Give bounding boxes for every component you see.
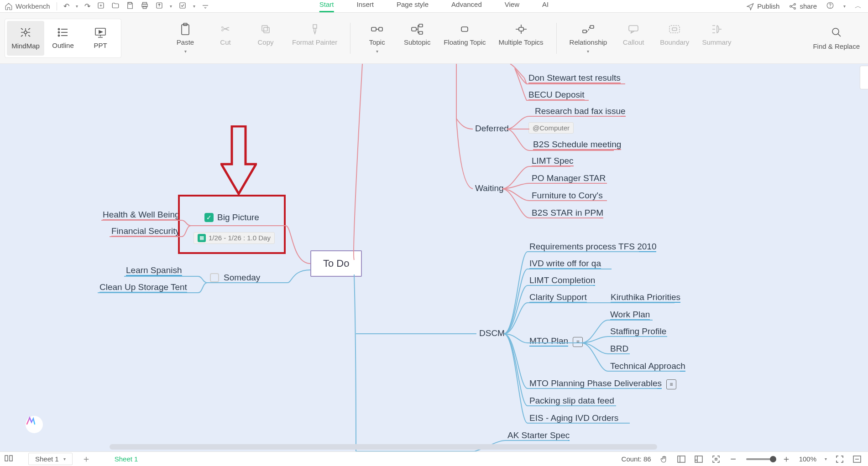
branch-lines <box>0 64 868 451</box>
tab-page-style[interactable]: Page style <box>397 0 429 12</box>
open-file-icon[interactable] <box>111 1 120 11</box>
paste-button[interactable]: Paste ▾ <box>172 23 199 54</box>
cut-icon: ✂ <box>221 23 230 36</box>
callout-icon <box>627 23 639 36</box>
svg-rect-37 <box>695 456 702 462</box>
find-replace-button[interactable]: Find & Replace <box>813 26 860 50</box>
layout-1-icon[interactable] <box>677 455 686 464</box>
tab-insert[interactable]: Insert <box>356 0 374 12</box>
minimize-panel-icon[interactable] <box>852 455 862 464</box>
sheets-overview-icon[interactable] <box>5 455 13 463</box>
publish-icon <box>746 2 754 10</box>
svg-rect-21 <box>371 27 376 31</box>
share-icon <box>789 2 797 10</box>
callout-button[interactable]: Callout <box>620 23 647 46</box>
view-outline[interactable]: Outline <box>44 21 82 56</box>
view-ppt[interactable]: PPT <box>82 21 119 56</box>
copy-button[interactable]: Copy <box>252 23 279 46</box>
svg-rect-22 <box>379 27 382 31</box>
view-switcher: MindMap Outline PPT <box>5 19 121 58</box>
svg-point-13 <box>58 29 60 30</box>
horizontal-scrollbar[interactable] <box>110 444 657 450</box>
sheet-dropdown-icon: ▾ <box>63 456 66 461</box>
relationship-icon <box>582 23 595 36</box>
copy-icon <box>260 23 271 36</box>
zoom-value[interactable]: 100% <box>799 455 816 463</box>
svg-rect-20 <box>264 27 269 33</box>
svg-rect-24 <box>419 24 423 27</box>
svg-rect-17 <box>182 25 189 35</box>
new-file-icon[interactable] <box>97 1 105 11</box>
hand-tool-icon[interactable] <box>659 455 669 464</box>
topic-more-icon[interactable]: ▾ <box>376 49 378 54</box>
format-painter-button[interactable]: Format Painter <box>292 23 337 46</box>
svg-rect-4 <box>143 6 146 8</box>
svg-rect-36 <box>678 456 685 462</box>
app-logo-icon <box>26 416 43 433</box>
svg-rect-25 <box>419 31 423 34</box>
redo-button[interactable]: ↷ <box>84 2 90 10</box>
svg-rect-32 <box>672 28 677 31</box>
status-bar: Sheet 1 ▾ ＋ Sheet 1 Count: 86 − ＋ 100% ▾ <box>0 451 868 466</box>
undo-button[interactable]: ↶ <box>63 2 69 10</box>
svg-rect-23 <box>412 27 416 31</box>
checkbox-tool-icon[interactable] <box>178 1 187 11</box>
tab-advanced[interactable]: Advanced <box>451 0 482 12</box>
view-mindmap[interactable]: MindMap <box>7 21 44 56</box>
relationship-more-icon[interactable]: ▾ <box>587 49 589 54</box>
tab-start[interactable]: Start <box>319 0 334 12</box>
add-sheet-button[interactable]: ＋ <box>80 453 93 465</box>
floating-topic-button[interactable]: Floating Topic <box>444 23 486 46</box>
publish-button[interactable]: Publish <box>746 2 779 10</box>
svg-rect-31 <box>669 26 680 33</box>
save-icon[interactable] <box>126 1 134 11</box>
menu-tabs: Start Insert Page style Advanced View AI <box>319 0 549 12</box>
svg-rect-29 <box>590 26 594 28</box>
export-more-icon[interactable]: ▾ <box>170 4 172 9</box>
more-tools-icon[interactable] <box>202 2 209 10</box>
svg-rect-26 <box>461 27 468 31</box>
outline-icon <box>57 27 69 38</box>
workbench-button[interactable]: Workbench <box>5 2 50 10</box>
tab-ai[interactable]: AI <box>542 0 549 12</box>
sheet-selector[interactable]: Sheet 1 ▾ <box>28 453 73 465</box>
check-more-icon[interactable]: ▾ <box>193 4 195 9</box>
paste-more-icon[interactable]: ▾ <box>184 49 187 54</box>
subtopic-button[interactable]: Subtopic <box>403 23 431 46</box>
svg-point-11 <box>830 7 831 7</box>
zoom-slider[interactable] <box>746 458 774 460</box>
zoom-out-button[interactable]: − <box>729 455 738 464</box>
subtopic-icon <box>411 23 424 36</box>
svg-rect-35 <box>10 456 12 461</box>
svg-rect-6 <box>180 3 185 8</box>
relationship-button[interactable]: Relationship ▾ <box>570 23 607 54</box>
fit-view-icon[interactable] <box>711 455 721 464</box>
floating-topic-icon <box>458 23 471 36</box>
help-button[interactable] <box>826 1 834 11</box>
svg-rect-19 <box>262 26 267 31</box>
help-more-icon[interactable]: ▾ <box>843 4 846 9</box>
print-icon[interactable] <box>141 1 149 11</box>
svg-point-15 <box>58 35 60 36</box>
sheet-tab-active[interactable]: Sheet 1 <box>115 455 138 463</box>
svg-rect-34 <box>5 456 8 461</box>
boundary-icon <box>668 23 681 36</box>
collapse-ribbon-button[interactable]: ︿ <box>855 2 862 10</box>
layout-2-icon[interactable] <box>694 455 703 464</box>
summary-button[interactable]: Summary <box>702 23 731 46</box>
topic-button[interactable]: Topic ▾ <box>363 23 391 54</box>
fullscreen-icon[interactable] <box>835 455 844 464</box>
zoom-dropdown-icon[interactable]: ▾ <box>825 456 827 461</box>
cut-button[interactable]: ✂ Cut <box>212 23 239 46</box>
multiple-topics-button[interactable]: Multiple Topics <box>498 23 543 46</box>
zoom-in-button[interactable]: ＋ <box>782 455 791 464</box>
summary-icon <box>711 23 722 36</box>
share-button[interactable]: share <box>789 2 817 10</box>
count-label: Count: 86 <box>622 455 651 463</box>
brush-icon <box>309 23 320 36</box>
tab-view[interactable]: View <box>505 0 519 12</box>
mindmap-canvas[interactable]: To Do Health & Well Being Financial Secu… <box>0 64 868 451</box>
boundary-button[interactable]: Boundary <box>660 23 689 46</box>
undo-more-icon[interactable]: ▾ <box>76 4 78 9</box>
export-icon[interactable] <box>155 1 163 11</box>
